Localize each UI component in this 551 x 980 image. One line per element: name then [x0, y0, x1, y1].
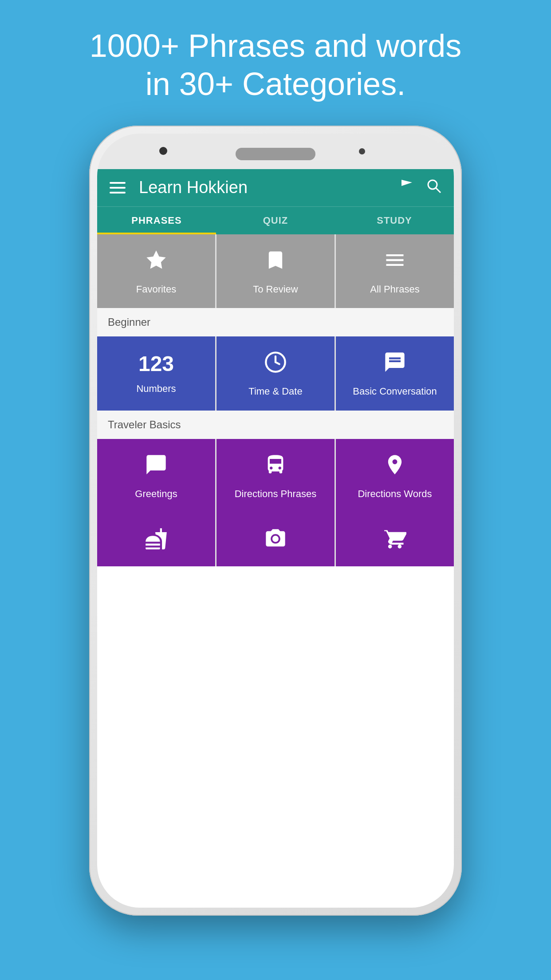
phone-frame: Learn Hokkien: [89, 126, 462, 916]
search-icon[interactable]: [426, 178, 441, 197]
tile-to-review[interactable]: To Review: [216, 234, 335, 308]
menu-button[interactable]: [110, 182, 126, 194]
speech-icon: [145, 453, 168, 480]
tile-all-phrases-label: All Phrases: [370, 283, 419, 296]
tile-time-date-label: Time & Date: [248, 385, 302, 398]
traveler-grid: Greetings Directions Phrases: [97, 439, 454, 513]
tile-favorites[interactable]: Favorites: [97, 234, 215, 308]
tile-directions-phrases[interactable]: Directions Phrases: [216, 439, 335, 513]
tile-camera[interactable]: [216, 513, 335, 566]
more-grid: [97, 513, 454, 566]
flag-icon[interactable]: [400, 178, 414, 198]
app-content: Favorites To Review: [97, 234, 454, 566]
hamburger-line1: [110, 182, 126, 184]
tile-numbers[interactable]: 123 Numbers: [97, 336, 215, 411]
app-title: Learn Hokkien: [139, 178, 248, 197]
bookmark-icon: [264, 249, 287, 275]
beginner-header: Beginner: [97, 308, 454, 336]
app-header: Learn Hokkien: [97, 169, 454, 234]
utensils-icon: [145, 527, 168, 554]
phone-screen: Learn Hokkien: [97, 169, 454, 908]
chat-bubble-icon: [383, 351, 406, 377]
hamburger-line2: [110, 187, 126, 189]
tab-phrases[interactable]: PHRASES: [97, 207, 216, 234]
phone-body: Learn Hokkien: [97, 134, 454, 908]
star-icon: [145, 249, 168, 275]
tile-shopping[interactable]: [336, 513, 454, 566]
tab-quiz[interactable]: QUIZ: [216, 207, 335, 234]
clock-icon: [264, 351, 287, 377]
proximity-sensor: [359, 148, 365, 154]
phone-notch: [97, 134, 454, 174]
tab-study[interactable]: STUDY: [335, 207, 454, 234]
tile-time-date[interactable]: Time & Date: [216, 336, 335, 411]
svg-line-1: [436, 188, 441, 193]
tile-greetings[interactable]: Greetings: [97, 439, 215, 513]
hamburger-line3: [110, 192, 126, 194]
speaker-grill: [236, 148, 315, 160]
directions-icon: [383, 453, 406, 480]
camera-icon: [264, 527, 287, 554]
headline-line1: 1000+ Phrases and words: [90, 28, 462, 63]
tile-to-review-label: To Review: [253, 283, 298, 296]
cart-icon: [383, 527, 406, 554]
tile-basic-conversation[interactable]: Basic Conversation: [336, 336, 454, 411]
tile-directions-phrases-label: Directions Phrases: [235, 488, 317, 501]
tile-greetings-label: Greetings: [135, 488, 177, 501]
numbers-icon: 123: [138, 353, 174, 375]
toolbar: Learn Hokkien: [97, 169, 454, 206]
toolbar-right: [400, 178, 441, 198]
tile-favorites-label: Favorites: [136, 283, 176, 296]
headline-line2: in 30+ Categories.: [146, 66, 405, 102]
tab-bar: PHRASES QUIZ STUDY: [97, 206, 454, 234]
tile-all-phrases[interactable]: All Phrases: [336, 234, 454, 308]
list-icon: [383, 249, 406, 275]
camera-icon: [159, 147, 167, 155]
beginner-grid: 123 Numbers Time & Date: [97, 336, 454, 411]
tile-numbers-label: Numbers: [136, 383, 176, 395]
toolbar-left: Learn Hokkien: [110, 178, 248, 197]
top-grid: Favorites To Review: [97, 234, 454, 308]
tile-basic-conversation-label: Basic Conversation: [353, 385, 437, 398]
tile-directions-words[interactable]: Directions Words: [336, 439, 454, 513]
traveler-header: Traveler Basics: [97, 411, 454, 439]
bus-icon: [264, 453, 287, 480]
tile-food[interactable]: [97, 513, 215, 566]
tile-directions-words-label: Directions Words: [358, 488, 432, 501]
headline: 1000+ Phrases and words in 30+ Categorie…: [63, 27, 488, 103]
